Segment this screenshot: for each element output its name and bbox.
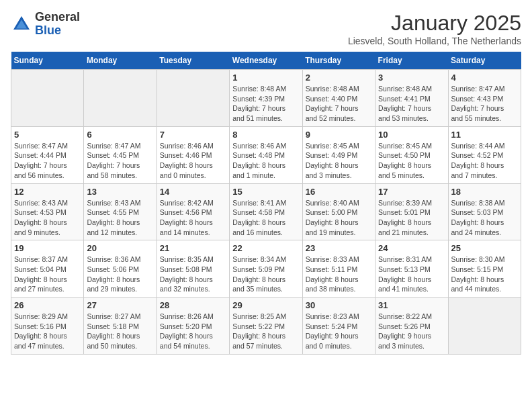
day-info: Sunrise: 8:34 AM Sunset: 5:09 PM Dayligh… xyxy=(232,255,299,294)
calendar-cell: 19Sunrise: 8:37 AM Sunset: 5:04 PM Dayli… xyxy=(11,240,84,298)
day-number: 3 xyxy=(378,73,445,83)
day-number: 23 xyxy=(306,243,372,253)
calendar-cell: 28Sunrise: 8:26 AM Sunset: 5:20 PM Dayli… xyxy=(157,298,229,355)
day-info: Sunrise: 8:30 AM Sunset: 5:15 PM Dayligh… xyxy=(451,255,518,294)
weekday-header-sunday: Sunday xyxy=(11,52,84,70)
calendar-cell: 18Sunrise: 8:38 AM Sunset: 5:03 PM Dayli… xyxy=(448,183,521,240)
day-info: Sunrise: 8:44 AM Sunset: 4:52 PM Dayligh… xyxy=(451,141,518,181)
calendar-cell: 9Sunrise: 8:45 AM Sunset: 4:49 PM Daylig… xyxy=(302,126,375,183)
calendar-cell: 3Sunrise: 8:48 AM Sunset: 4:41 PM Daylig… xyxy=(375,70,448,127)
calendar-cell: 26Sunrise: 8:29 AM Sunset: 5:16 PM Dayli… xyxy=(11,298,84,355)
day-info: Sunrise: 8:47 AM Sunset: 4:45 PM Dayligh… xyxy=(87,141,153,181)
logo-icon xyxy=(11,13,32,35)
calendar-cell: 8Sunrise: 8:46 AM Sunset: 4:48 PM Daylig… xyxy=(230,126,302,183)
calendar-cell xyxy=(11,70,84,127)
calendar-cell: 4Sunrise: 8:47 AM Sunset: 4:43 PM Daylig… xyxy=(448,70,521,127)
day-info: Sunrise: 8:37 AM Sunset: 5:04 PM Dayligh… xyxy=(14,255,81,294)
day-number: 18 xyxy=(451,187,518,197)
day-info: Sunrise: 8:48 AM Sunset: 4:39 PM Dayligh… xyxy=(232,84,299,124)
day-number: 27 xyxy=(87,300,153,310)
day-number: 17 xyxy=(378,187,445,197)
day-number: 31 xyxy=(378,300,445,310)
calendar-week-5: 26Sunrise: 8:29 AM Sunset: 5:16 PM Dayli… xyxy=(11,298,521,355)
day-number: 26 xyxy=(14,300,81,310)
day-info: Sunrise: 8:47 AM Sunset: 4:43 PM Dayligh… xyxy=(451,84,518,124)
calendar-week-2: 5Sunrise: 8:47 AM Sunset: 4:44 PM Daylig… xyxy=(11,126,521,183)
day-info: Sunrise: 8:39 AM Sunset: 5:01 PM Dayligh… xyxy=(378,198,445,238)
day-number: 11 xyxy=(451,130,518,140)
calendar-cell: 31Sunrise: 8:22 AM Sunset: 5:26 PM Dayli… xyxy=(375,298,448,355)
day-info: Sunrise: 8:33 AM Sunset: 5:11 PM Dayligh… xyxy=(306,255,372,294)
calendar-cell: 25Sunrise: 8:30 AM Sunset: 5:15 PM Dayli… xyxy=(448,240,521,298)
day-number: 9 xyxy=(306,130,372,140)
day-info: Sunrise: 8:40 AM Sunset: 5:00 PM Dayligh… xyxy=(306,198,372,238)
day-info: Sunrise: 8:25 AM Sunset: 5:22 PM Dayligh… xyxy=(232,312,299,351)
calendar-cell: 2Sunrise: 8:48 AM Sunset: 4:40 PM Daylig… xyxy=(302,70,375,127)
calendar-cell: 15Sunrise: 8:41 AM Sunset: 4:58 PM Dayli… xyxy=(230,183,302,240)
day-info: Sunrise: 8:48 AM Sunset: 4:40 PM Dayligh… xyxy=(306,84,372,124)
day-number: 29 xyxy=(232,300,299,310)
day-info: Sunrise: 8:48 AM Sunset: 4:41 PM Dayligh… xyxy=(378,84,445,124)
calendar-cell: 29Sunrise: 8:25 AM Sunset: 5:22 PM Dayli… xyxy=(230,298,302,355)
calendar-week-3: 12Sunrise: 8:43 AM Sunset: 4:53 PM Dayli… xyxy=(11,183,521,240)
calendar-cell: 20Sunrise: 8:36 AM Sunset: 5:06 PM Dayli… xyxy=(84,240,157,298)
day-info: Sunrise: 8:43 AM Sunset: 4:55 PM Dayligh… xyxy=(87,198,153,238)
day-number: 14 xyxy=(160,187,226,197)
day-info: Sunrise: 8:35 AM Sunset: 5:08 PM Dayligh… xyxy=(160,255,226,294)
day-info: Sunrise: 8:22 AM Sunset: 5:26 PM Dayligh… xyxy=(378,312,445,351)
day-info: Sunrise: 8:42 AM Sunset: 4:56 PM Dayligh… xyxy=(160,198,226,238)
day-number: 24 xyxy=(378,243,445,253)
weekday-header-saturday: Saturday xyxy=(448,52,521,70)
day-number: 21 xyxy=(160,243,226,253)
day-number: 20 xyxy=(87,243,153,253)
calendar-cell: 11Sunrise: 8:44 AM Sunset: 4:52 PM Dayli… xyxy=(448,126,521,183)
calendar-cell: 23Sunrise: 8:33 AM Sunset: 5:11 PM Dayli… xyxy=(302,240,375,298)
calendar-cell xyxy=(84,70,157,127)
calendar-cell: 6Sunrise: 8:47 AM Sunset: 4:45 PM Daylig… xyxy=(84,126,157,183)
day-info: Sunrise: 8:46 AM Sunset: 4:46 PM Dayligh… xyxy=(160,141,226,181)
weekday-header-row: SundayMondayTuesdayWednesdayThursdayFrid… xyxy=(11,52,521,70)
calendar-cell xyxy=(448,298,521,355)
page-header: General Blue January 2025 Liesveld, Sout… xyxy=(11,11,521,46)
day-number: 4 xyxy=(451,73,518,83)
calendar-cell: 1Sunrise: 8:48 AM Sunset: 4:39 PM Daylig… xyxy=(230,70,302,127)
day-number: 5 xyxy=(14,130,81,140)
logo-blue: Blue xyxy=(35,24,80,38)
day-number: 2 xyxy=(306,73,372,83)
calendar-cell: 5Sunrise: 8:47 AM Sunset: 4:44 PM Daylig… xyxy=(11,126,84,183)
calendar-cell: 21Sunrise: 8:35 AM Sunset: 5:08 PM Dayli… xyxy=(157,240,229,298)
day-number: 1 xyxy=(232,73,299,83)
location: Liesveld, South Holland, The Netherlands xyxy=(348,36,521,46)
calendar-cell: 27Sunrise: 8:27 AM Sunset: 5:18 PM Dayli… xyxy=(84,298,157,355)
day-info: Sunrise: 8:29 AM Sunset: 5:16 PM Dayligh… xyxy=(14,312,81,351)
weekday-header-friday: Friday xyxy=(375,52,448,70)
day-info: Sunrise: 8:36 AM Sunset: 5:06 PM Dayligh… xyxy=(87,255,153,294)
day-number: 10 xyxy=(378,130,445,140)
day-info: Sunrise: 8:45 AM Sunset: 4:50 PM Dayligh… xyxy=(378,141,445,181)
logo-general: General xyxy=(35,11,80,24)
month-title: January 2025 xyxy=(348,11,521,36)
day-number: 15 xyxy=(232,187,299,197)
calendar-cell: 16Sunrise: 8:40 AM Sunset: 5:00 PM Dayli… xyxy=(302,183,375,240)
day-number: 8 xyxy=(232,130,299,140)
day-info: Sunrise: 8:45 AM Sunset: 4:49 PM Dayligh… xyxy=(306,141,372,181)
day-info: Sunrise: 8:47 AM Sunset: 4:44 PM Dayligh… xyxy=(14,141,81,181)
calendar-cell xyxy=(157,70,229,127)
calendar: SundayMondayTuesdayWednesdayThursdayFrid… xyxy=(11,52,521,355)
day-info: Sunrise: 8:46 AM Sunset: 4:48 PM Dayligh… xyxy=(232,141,299,181)
calendar-cell: 17Sunrise: 8:39 AM Sunset: 5:01 PM Dayli… xyxy=(375,183,448,240)
calendar-cell: 7Sunrise: 8:46 AM Sunset: 4:46 PM Daylig… xyxy=(157,126,229,183)
day-number: 19 xyxy=(14,243,81,253)
title-section: January 2025 Liesveld, South Holland, Th… xyxy=(348,11,521,46)
day-number: 13 xyxy=(87,187,153,197)
calendar-cell: 14Sunrise: 8:42 AM Sunset: 4:56 PM Dayli… xyxy=(157,183,229,240)
day-info: Sunrise: 8:41 AM Sunset: 4:58 PM Dayligh… xyxy=(232,198,299,238)
day-info: Sunrise: 8:38 AM Sunset: 5:03 PM Dayligh… xyxy=(451,198,518,238)
calendar-week-4: 19Sunrise: 8:37 AM Sunset: 5:04 PM Dayli… xyxy=(11,240,521,298)
day-number: 28 xyxy=(160,300,226,310)
day-number: 6 xyxy=(87,130,153,140)
weekday-header-wednesday: Wednesday xyxy=(230,52,302,70)
day-number: 7 xyxy=(160,130,226,140)
day-info: Sunrise: 8:26 AM Sunset: 5:20 PM Dayligh… xyxy=(160,312,226,351)
day-number: 30 xyxy=(306,300,372,310)
